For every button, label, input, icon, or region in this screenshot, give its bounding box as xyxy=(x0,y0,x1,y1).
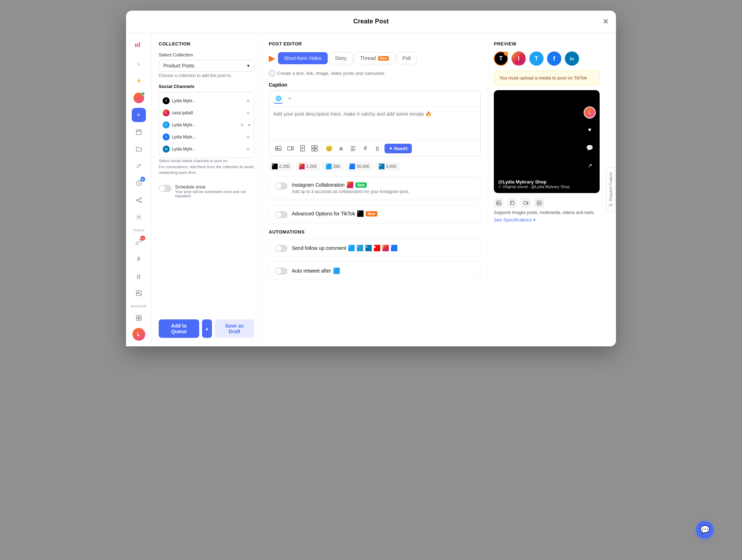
spec-icons-row xyxy=(494,198,600,208)
channel-more-twitter[interactable]: ▾ xyxy=(248,122,250,128)
chat-support-button[interactable]: 💬 xyxy=(696,521,714,539)
svg-point-22 xyxy=(498,202,498,203)
tab-poll[interactable]: Poll xyxy=(396,52,416,64)
gallery-icon[interactable] xyxy=(132,286,146,300)
align-btn[interactable] xyxy=(348,143,358,153)
music-icon: ♫ xyxy=(498,185,501,189)
save-as-draft-button[interactable]: Save as Draft xyxy=(215,319,254,338)
modal-header: Create Post ✕ xyxy=(126,11,616,33)
svg-point-5 xyxy=(140,201,141,203)
add-to-queue-button[interactable]: Add to Queue xyxy=(159,319,199,338)
globe-tab[interactable]: 🌐 xyxy=(273,94,283,104)
instagram-collab-row: Instagram Collaboration I New Add up to … xyxy=(269,176,481,199)
remove-instagram-channel[interactable]: ✕ xyxy=(246,110,250,116)
add-caption-tab[interactable]: + xyxy=(285,94,295,104)
settings-icon[interactable] xyxy=(132,210,146,224)
document-btn[interactable] xyxy=(298,143,307,153)
user-avatar[interactable]: L xyxy=(132,328,145,341)
image-upload-btn[interactable] xyxy=(273,143,283,153)
char-limit-instagram: I 2,200 xyxy=(296,162,320,171)
caption-box: 🌐 + xyxy=(269,90,481,157)
platform-twitter[interactable]: T xyxy=(529,51,544,66)
caption-textarea[interactable] xyxy=(269,107,480,139)
tiktok-advanced-toggle[interactable] xyxy=(275,211,288,218)
follow-up-toggle[interactable] xyxy=(275,245,288,252)
spec-reels-icon xyxy=(534,198,544,208)
select-collection-label: Select Collection xyxy=(159,52,254,57)
platform-tiktok[interactable]: T 🔔 xyxy=(494,51,508,66)
svg-rect-18 xyxy=(315,146,317,148)
platform-icons: T 🔔 I T f in xyxy=(494,51,600,66)
linkedin-limit-icon: in xyxy=(379,164,384,169)
svg-rect-17 xyxy=(312,146,314,148)
gallery-btn[interactable] xyxy=(310,143,320,153)
instagram-collab-toggle[interactable] xyxy=(275,182,288,190)
video-upload-btn[interactable] xyxy=(285,143,295,153)
nuei-button[interactable]: ✦ NueAI xyxy=(384,144,412,153)
tab-story[interactable]: Story xyxy=(329,52,353,64)
sun-icon[interactable]: ☀ xyxy=(132,74,146,88)
svg-rect-25 xyxy=(537,201,541,205)
channel-facebook: f Lydia Mybr... ✕ xyxy=(163,132,250,142)
linkedin-channel-icon: in xyxy=(163,146,170,153)
clock-icon[interactable]: B xyxy=(132,176,146,190)
tiktok-new-badge: New xyxy=(366,211,377,216)
brackets-icon[interactable]: {} xyxy=(132,269,146,283)
channels-hint: Select social media channels to post on.… xyxy=(159,158,254,176)
remove-twitter-channel[interactable]: ✕ xyxy=(240,122,244,128)
remove-tiktok-channel[interactable]: ✕ xyxy=(246,98,250,104)
tiktok-advanced-row: Advanced Options for TikTok T New xyxy=(269,205,481,224)
collection-title: COLLECTION xyxy=(159,41,254,46)
tab-short-form-video[interactable]: Short-form Video xyxy=(278,52,328,64)
grid-manage-icon[interactable] xyxy=(132,311,146,325)
preview-video: L ♥ 💬 ↗ @Lydia Mybrary Shop ♫ Original s… xyxy=(494,90,600,193)
wand-icon[interactable] xyxy=(132,159,146,173)
tab-thread[interactable]: Thread New xyxy=(354,52,395,64)
share-button[interactable]: ↗ xyxy=(583,159,596,172)
platform-linkedin[interactable]: in xyxy=(565,51,579,66)
calendar-icon[interactable] xyxy=(132,125,146,139)
instagram-collab-new-badge: New xyxy=(355,182,367,188)
variable-btn[interactable]: {} xyxy=(372,143,382,153)
hashtag-icon[interactable]: # xyxy=(132,252,146,266)
auto-twitter-icon: T xyxy=(348,245,355,251)
auto-instagram-icon: I xyxy=(382,245,389,251)
twitter-limit-icon: T xyxy=(326,164,332,169)
see-specifications-link[interactable]: See Specifications ▾ xyxy=(494,217,600,223)
caption-tabs: 🌐 + xyxy=(269,91,480,107)
platform-instagram[interactable]: I xyxy=(512,51,526,66)
modal-body: nl › ☀ + xyxy=(126,33,616,346)
toolbar-divider-1 xyxy=(322,145,322,152)
hashtag-btn[interactable]: # xyxy=(360,143,370,153)
remove-facebook-channel[interactable]: ✕ xyxy=(246,134,250,140)
link-icon[interactable]: N xyxy=(132,235,146,249)
text-format-btn[interactable]: A xyxy=(336,143,346,153)
comment-button[interactable]: 💬 xyxy=(583,141,596,154)
emoji-btn[interactable]: 😊 xyxy=(324,143,334,153)
retweet-twitter-icon: T xyxy=(333,268,340,274)
request-feature-button[interactable]: 🏷 Request Feature xyxy=(606,168,615,212)
action-buttons: Add to Queue ▲ Save as Draft xyxy=(159,319,254,338)
retweet-toggle[interactable] xyxy=(275,268,288,275)
manage-label: MANAGE xyxy=(131,304,146,308)
platform-facebook[interactable]: f xyxy=(547,51,561,66)
queue-chevron-button[interactable]: ▲ xyxy=(202,319,212,338)
share-icon[interactable] xyxy=(132,193,146,207)
compose-icon[interactable]: + xyxy=(132,108,146,122)
remove-linkedin-channel[interactable]: ✕ xyxy=(246,146,250,152)
svg-rect-11 xyxy=(136,318,138,320)
nuei-icon: ✦ xyxy=(389,146,393,151)
channel-tiktok: T Lydia Mybr... ✕ xyxy=(163,96,250,106)
sidebar: nl › ☀ + xyxy=(126,33,152,346)
request-feature-icon: 🏷 xyxy=(609,203,613,207)
channel-instagram: I casa.lydia0 ✕ xyxy=(163,108,250,118)
tools-label: TOOLS xyxy=(133,229,144,232)
post-editor: POST EDITOR ▶ Short-form Video Story Thr… xyxy=(262,33,488,346)
like-button[interactable]: ♥ xyxy=(583,123,596,136)
folder-icon[interactable] xyxy=(132,142,146,156)
collection-select[interactable]: Product Posts. ▾ xyxy=(159,60,254,72)
user-avatar-sidebar[interactable] xyxy=(132,91,146,105)
close-button[interactable]: ✕ xyxy=(602,18,609,26)
expand-icon[interactable]: › xyxy=(132,57,146,71)
schedule-toggle[interactable] xyxy=(159,185,171,192)
